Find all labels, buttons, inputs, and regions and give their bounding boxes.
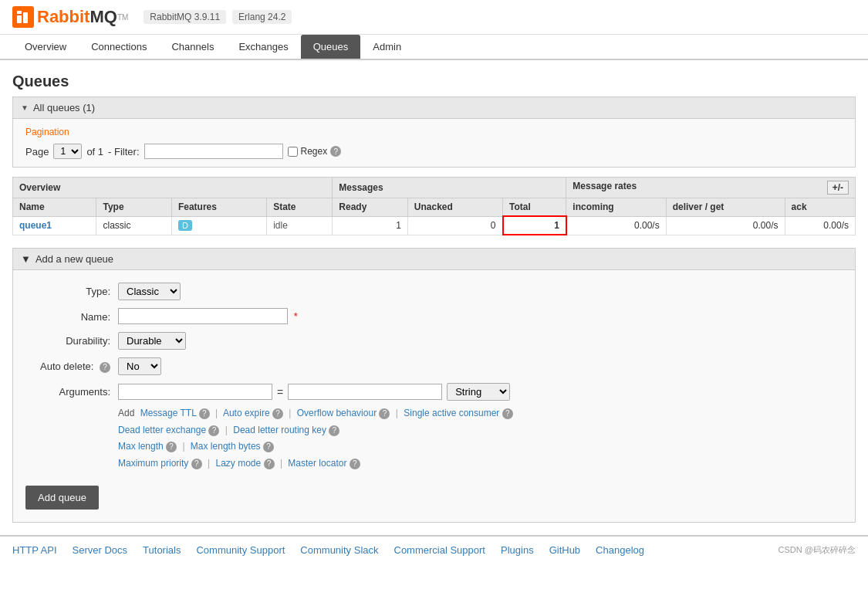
nav-admin[interactable]: Admin	[360, 35, 414, 59]
footer-commercial-support[interactable]: Commercial Support	[394, 544, 486, 556]
all-queues-title: All queues (1)	[33, 102, 95, 113]
type-select[interactable]: Classic Quorum	[118, 283, 181, 300]
queue-name-link[interactable]: queue1	[19, 220, 52, 231]
cell-type: classic	[96, 216, 171, 235]
add-queue-button[interactable]: Add queue	[25, 486, 99, 510]
nav-queues[interactable]: Queues	[301, 35, 361, 59]
group-message-rates: Message rates +/-	[566, 178, 856, 198]
col-unacked: Unacked	[407, 198, 502, 217]
regex-help-icon[interactable]: ?	[330, 146, 341, 157]
max-length-help[interactable]: ?	[166, 442, 177, 452]
arg-link-message-ttl[interactable]: Message TTL	[140, 408, 197, 418]
add-label: Add	[118, 408, 134, 418]
col-ack: ack	[785, 198, 855, 217]
arg-link-dead-letter-routing-key[interactable]: Dead letter routing key	[233, 425, 326, 435]
footer-server-docs[interactable]: Server Docs	[73, 544, 128, 556]
overflow-help[interactable]: ?	[379, 408, 390, 419]
col-state: State	[267, 198, 333, 217]
filter-input[interactable]	[144, 144, 283, 159]
arg-link-master-locator[interactable]: Master locator	[288, 458, 346, 469]
auto-delete-select[interactable]: No Yes	[118, 357, 161, 375]
group-overview: Overview	[13, 178, 333, 198]
cell-state: idle	[267, 216, 333, 235]
footer-community-support[interactable]: Community Support	[196, 544, 285, 556]
max-length-bytes-help[interactable]: ?	[263, 442, 274, 452]
arg-link-auto-expire[interactable]: Auto expire	[223, 408, 270, 418]
arg-link-overflow[interactable]: Overflow behaviour	[297, 408, 377, 418]
footer-plugins[interactable]: Plugins	[501, 544, 534, 556]
arg-val-input[interactable]	[288, 384, 442, 400]
footer: HTTP API Server Docs Tutorials Community…	[0, 535, 868, 564]
required-star: *	[294, 310, 298, 322]
pagination-controls: Page 1 of 1 - Filter: Regex ?	[25, 144, 843, 159]
cell-ready: 1	[333, 216, 407, 235]
logo-tm: TM	[117, 13, 128, 22]
message-ttl-help[interactable]: ?	[199, 408, 210, 419]
add-queue-header[interactable]: ▼ Add a new queue	[12, 248, 856, 270]
arg-link-single-active[interactable]: Single active consumer	[404, 408, 499, 418]
max-priority-help[interactable]: ?	[191, 459, 202, 469]
dle-help[interactable]: ?	[208, 425, 219, 436]
group-header-row: Overview Messages Message rates +/-	[13, 178, 856, 198]
durability-select[interactable]: Durable Transient	[118, 332, 186, 350]
svg-rect-1	[23, 12, 28, 23]
name-label: Name:	[25, 308, 118, 323]
durability-label: Durability:	[25, 332, 118, 347]
regex-checkbox[interactable]	[288, 147, 298, 157]
filter-label: - Filter:	[108, 146, 139, 157]
lazy-mode-help[interactable]: ?	[264, 459, 275, 469]
nav-exchanges[interactable]: Exchanges	[226, 35, 300, 59]
dlrk-help[interactable]: ?	[329, 425, 339, 436]
footer-community-slack[interactable]: Community Slack	[300, 544, 378, 556]
arg-link-max-length-bytes[interactable]: Max length bytes	[191, 441, 261, 452]
page-of: of 1	[86, 146, 103, 157]
page-label: Page	[25, 146, 49, 157]
arg-key-input[interactable]	[118, 384, 272, 400]
logo-icon	[12, 6, 34, 28]
arg-link-dead-letter-exchange[interactable]: Dead letter exchange	[118, 425, 206, 435]
add-queue-section: ▼ Add a new queue Type: Classic Quorum N…	[12, 248, 856, 523]
col-ready: Ready	[333, 198, 407, 217]
arg-type-select[interactable]: String Number Boolean List	[447, 383, 510, 401]
nav-channels[interactable]: Channels	[159, 35, 226, 59]
regex-label[interactable]: Regex ?	[288, 146, 342, 157]
arguments-label: Arguments:	[25, 383, 118, 398]
name-input[interactable]	[118, 308, 288, 324]
main-content: Queues ▼ All queues (1) Pagination Page …	[0, 60, 868, 535]
footer-changelog[interactable]: Changelog	[596, 544, 644, 556]
footer-github[interactable]: GitHub	[549, 544, 580, 556]
footer-tutorials[interactable]: Tutorials	[143, 544, 181, 556]
footer-http-api[interactable]: HTTP API	[12, 544, 57, 556]
cell-ack: 0.00/s	[785, 216, 855, 235]
cell-features: D	[171, 216, 266, 235]
arg-link-lazy-mode[interactable]: Lazy mode	[216, 458, 262, 469]
auto-delete-help-icon[interactable]: ?	[100, 362, 110, 373]
app-header: RabbitMQ TM RabbitMQ 3.9.11 Erlang 24.2	[0, 0, 868, 35]
single-active-help[interactable]: ?	[502, 408, 513, 419]
logo: RabbitMQ TM	[12, 6, 128, 28]
form-row-name: Name: *	[25, 308, 843, 324]
queues-table-container: Overview Messages Message rates +/- Name…	[12, 177, 856, 235]
cell-name[interactable]: queue1	[13, 216, 96, 235]
collapse-arrow: ▼	[21, 103, 29, 112]
col-type: Type	[96, 198, 171, 217]
arg-link-max-length[interactable]: Max length	[118, 441, 164, 452]
auto-expire-help[interactable]: ?	[272, 408, 283, 419]
plus-minus-btn[interactable]: +/-	[827, 181, 849, 195]
nav-connections[interactable]: Connections	[79, 35, 159, 59]
arg-link-max-priority[interactable]: Maximum priority	[118, 458, 188, 469]
all-queues-section-header[interactable]: ▼ All queues (1)	[12, 97, 856, 119]
nav-overview[interactable]: Overview	[12, 35, 79, 59]
regex-text: Regex	[301, 146, 328, 157]
page-select[interactable]: 1	[53, 144, 82, 159]
master-locator-help[interactable]: ?	[350, 459, 360, 469]
group-messages: Messages	[333, 178, 566, 198]
cell-unacked: 0	[407, 216, 502, 235]
form-row-type: Type: Classic Quorum	[25, 283, 843, 300]
svg-rect-0	[17, 15, 22, 23]
form-row-durability: Durability: Durable Transient	[25, 332, 843, 350]
erlang-version: Erlang 24.2	[232, 10, 292, 24]
feature-badge: D	[178, 220, 192, 231]
name-control: *	[118, 308, 843, 324]
arg-links: Add Message TTL ? | Auto expire ? | Over…	[118, 405, 843, 472]
